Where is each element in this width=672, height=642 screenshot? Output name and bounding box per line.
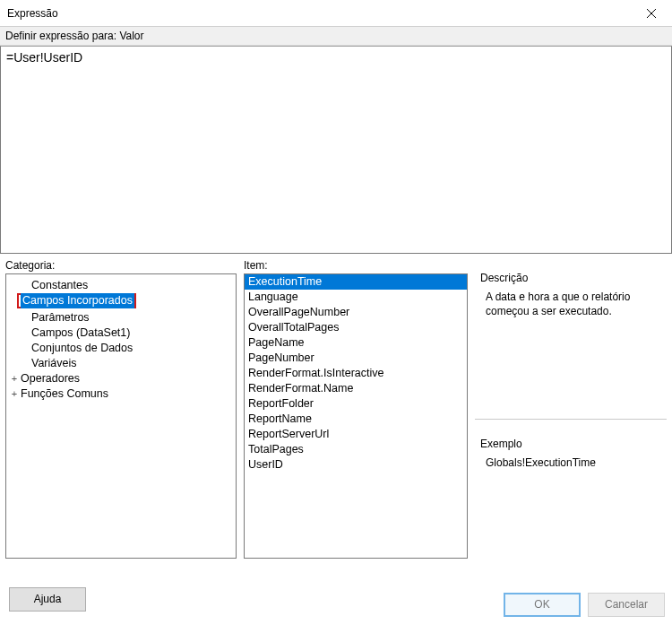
expression-input[interactable] [0,46,672,254]
category-item-label: Campos (DataSet1) [31,325,130,341]
list-item[interactable]: Language [245,290,467,305]
category-item-label: Funções Comuns [21,386,108,402]
list-item[interactable]: OverallTotalPages [245,320,467,335]
category-item[interactable]: ⋯Campos (DataSet1) [8,325,234,341]
category-item-label: Conjuntos de Dados [31,341,133,356]
list-item[interactable]: ReportName [245,412,467,427]
example-text: Globals!ExecutionTime [480,455,661,470]
category-item-label: Campos Incorporados [21,293,134,308]
category-item-label: Variáveis [31,356,76,371]
category-item-label: Constantes [31,278,88,293]
category-item-label: Parâmetros [31,310,90,325]
description-title: Descrição [480,272,661,284]
category-item[interactable]: ⋯Parâmetros [8,310,234,325]
description-text: A data e hora a que o relatório começou … [480,290,661,318]
category-item[interactable]: ⋯Constantes [8,278,234,293]
list-item[interactable]: PageNumber [245,351,467,366]
item-label: Item: [244,259,468,272]
tree-expander-icon[interactable]: + [10,371,19,386]
close-button[interactable] [631,0,672,27]
category-item[interactable]: +Operadores [8,371,234,386]
cancel-button[interactable]: Cancelar [588,593,665,617]
category-list[interactable]: ⋯ConstantesCampos Incorporados⋯Parâmetro… [5,273,237,559]
list-item[interactable]: RenderFormat.IsInteractive [245,366,467,381]
list-item[interactable]: UserID [245,457,467,473]
category-item[interactable]: +Funções Comuns [8,386,234,402]
tree-expander-icon[interactable]: + [10,386,19,402]
list-item[interactable]: ExecutionTime [245,274,467,290]
category-item[interactable]: ⋯Conjuntos de Dados [8,341,234,356]
window-title: Expressão [7,7,58,20]
list-item[interactable]: RenderFormat.Name [245,381,467,396]
category-item[interactable]: Campos Incorporados [8,293,234,310]
list-item[interactable]: ReportServerUrl [245,427,467,442]
category-label: Categoria: [5,259,237,272]
ok-button[interactable]: OK [504,593,581,617]
list-item[interactable]: ReportFolder [245,396,467,412]
item-list[interactable]: ExecutionTimeLanguageOverallPageNumberOv… [244,273,468,559]
category-item[interactable]: ⋯Variáveis [8,356,234,371]
divider [475,419,667,420]
category-item-label: Operadores [21,371,80,386]
list-item[interactable]: PageName [245,335,467,351]
expression-for-label: Definir expressão para: Valor [0,27,672,46]
list-item[interactable]: OverallPageNumber [245,305,467,320]
close-icon [647,9,656,18]
help-button[interactable]: Ajuda [9,587,86,612]
list-item[interactable]: TotalPages [245,442,467,457]
example-title: Exemplo [480,438,661,450]
